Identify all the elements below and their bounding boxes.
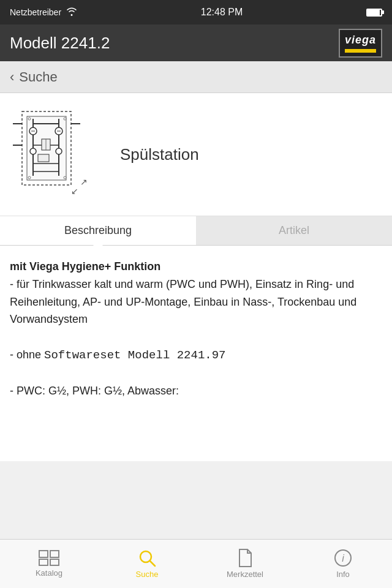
description-paragraph2: - ohne Softwareset Modell 2241.97 — [10, 346, 382, 364]
svg-point-17 — [28, 118, 31, 120]
product-image: ↗ ↙ — [10, 105, 96, 197]
tab-beschreibung[interactable]: Beschreibung — [0, 216, 196, 245]
time-display: 12:48 PM — [201, 7, 243, 18]
merkzettel-label: Merkzettel — [227, 570, 263, 579]
description-text1: - für Trinkwasser kalt und warm (PWC und… — [10, 278, 356, 326]
document-icon — [238, 549, 252, 567]
battery-area — [366, 9, 382, 17]
description-bold: mit Viega Hygiene+ Funktion — [10, 260, 160, 273]
katalog-label: Katalog — [36, 568, 62, 578]
bottom-tab-suche[interactable]: Suche — [98, 540, 196, 588]
svg-text:i: i — [342, 553, 344, 564]
search-icon — [138, 549, 156, 567]
bottom-tab-merkzettel[interactable]: Merkzettel — [196, 540, 294, 588]
back-arrow-icon: ‹ — [10, 69, 14, 85]
catalog-icon — [39, 550, 59, 566]
svg-text:↗: ↗ — [80, 177, 88, 187]
description-text2-prefix: - ohne — [10, 349, 44, 361]
description-software: Softwareset Modell 2241.97 — [44, 349, 225, 362]
tab-artikel[interactable]: Artikel — [196, 216, 392, 245]
svg-text:↙: ↙ — [71, 186, 78, 196]
suche-label: Suche — [136, 570, 159, 579]
battery-icon — [366, 9, 382, 17]
back-label: Suche — [19, 69, 57, 85]
viega-text: viega — [345, 34, 376, 47]
carrier-label: Netzbetreiber — [10, 7, 61, 17]
svg-point-11 — [30, 148, 36, 154]
svg-line-31 — [150, 561, 155, 566]
svg-point-19 — [28, 176, 31, 179]
info-label: Info — [336, 570, 350, 579]
viega-bar — [345, 49, 376, 53]
carrier-wifi: Netzbetreiber — [10, 7, 77, 18]
tabs: Beschreibung Artikel — [0, 216, 392, 246]
svg-rect-26 — [39, 551, 48, 557]
svg-point-18 — [64, 118, 66, 120]
page-title: Modell 2241.2 — [10, 34, 110, 53]
svg-rect-16 — [38, 154, 49, 162]
svg-point-20 — [64, 176, 66, 179]
bottom-tab-katalog[interactable]: Katalog — [0, 540, 98, 588]
description-paragraph1: mit Viega Hygiene+ Funktion - für Trinkw… — [10, 258, 382, 328]
product-image-container[interactable]: ↗ ↙ — [10, 105, 108, 203]
description-section: mit Viega Hygiene+ Funktion - für Trinkw… — [0, 246, 392, 461]
back-nav[interactable]: ‹ Suche — [0, 61, 392, 93]
svg-rect-28 — [39, 559, 48, 565]
bottom-tab-info[interactable]: i Info — [294, 540, 392, 588]
description-paragraph3: - PWC: G½, PWH: G½, Abwasser: — [10, 382, 382, 400]
product-name: Spülstation — [108, 145, 382, 164]
wifi-icon — [66, 7, 77, 18]
app-header: Modell 2241.2 viega — [0, 24, 392, 61]
product-section: ↗ ↙ Spülstation — [0, 93, 392, 216]
svg-rect-29 — [50, 559, 59, 565]
viega-logo: viega — [339, 29, 382, 58]
svg-point-12 — [56, 148, 62, 154]
status-bar: Netzbetreiber 12:48 PM — [0, 0, 392, 24]
info-icon: i — [334, 549, 352, 567]
bottom-tabbar: Katalog Suche Merkzettel i Info — [0, 539, 392, 588]
svg-rect-27 — [50, 551, 59, 557]
